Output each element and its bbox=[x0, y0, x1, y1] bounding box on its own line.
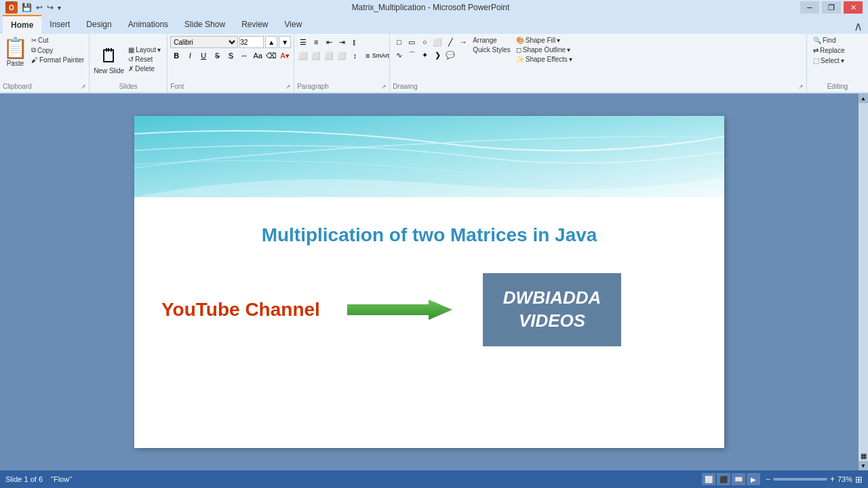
paste-button[interactable]: 📋 Paste bbox=[3, 36, 28, 83]
shape-line[interactable]: ╱ bbox=[444, 36, 456, 48]
quick-access-redo[interactable]: ↪ bbox=[47, 3, 54, 12]
columns-button[interactable]: ⫿ bbox=[349, 36, 361, 48]
zoom-out-btn[interactable]: − bbox=[766, 474, 770, 484]
arrow bbox=[347, 296, 456, 323]
change-case-button[interactable]: Aa bbox=[252, 49, 264, 62]
cut-button[interactable]: ✂ Cut bbox=[29, 36, 86, 45]
shape-star[interactable]: ✦ bbox=[418, 49, 431, 61]
find-button[interactable]: 🔍 Find bbox=[811, 36, 864, 45]
select-button[interactable]: ⬚ Select▾ bbox=[811, 56, 864, 65]
office-logo: O bbox=[5, 1, 18, 14]
slideshow-btn[interactable]: ▶ bbox=[747, 473, 760, 485]
shape-more[interactable]: ⬜ bbox=[431, 36, 443, 48]
zoom-slider[interactable] bbox=[773, 478, 827, 481]
font-size-down-btn[interactable]: ▼ bbox=[279, 36, 291, 48]
scroll-down-btn[interactable]: ▼ bbox=[859, 461, 868, 470]
strikethrough-button[interactable]: S̶ bbox=[211, 49, 223, 62]
paste-label: Paste bbox=[7, 60, 24, 67]
slides-group-label: Slides bbox=[94, 83, 163, 90]
shape-callout[interactable]: 💬 bbox=[444, 49, 456, 61]
align-right-button[interactable]: ⬜ bbox=[323, 49, 335, 62]
format-painter-button[interactable]: 🖌 Format Painter bbox=[29, 56, 86, 64]
title-bar: O 💾 ↩ ↪ ▾ Matrix_Multiplication - Micros… bbox=[0, 0, 868, 15]
tab-animations[interactable]: Animations bbox=[120, 15, 176, 34]
slides-small-btns: ▦ Layout▾ ↺ Reset ✗ Delete bbox=[126, 45, 163, 73]
tab-home[interactable]: Home bbox=[3, 15, 41, 34]
close-button[interactable]: ✕ bbox=[844, 1, 863, 14]
reading-view-btn[interactable]: 📖 bbox=[732, 473, 745, 485]
copy-button[interactable]: ⧉ Copy bbox=[29, 45, 86, 55]
layout-button[interactable]: ▦ Layout▾ bbox=[126, 45, 163, 54]
status-bar: Slide 1 of 6 "Flow" ⬜ ⬛ 📖 ▶ − + 73% ⊞ bbox=[0, 470, 868, 488]
bullets-button[interactable]: ☰ bbox=[297, 36, 309, 48]
justify-button[interactable]: ⬜ bbox=[336, 49, 348, 62]
shape-rounded[interactable]: ▭ bbox=[406, 36, 418, 48]
tab-review[interactable]: Review bbox=[233, 15, 276, 34]
bold-button[interactable]: B bbox=[170, 49, 182, 62]
fit-slide-btn[interactable]: ⊞ bbox=[855, 474, 863, 485]
tab-insert[interactable]: Insert bbox=[41, 15, 78, 34]
restore-button[interactable]: ❐ bbox=[822, 1, 841, 14]
quick-styles-button[interactable]: Quick Styles bbox=[471, 45, 513, 54]
shape-rect[interactable]: □ bbox=[393, 36, 405, 48]
underline-button[interactable]: U bbox=[197, 49, 210, 62]
right-scrollbar[interactable]: ▲ ▦ ▼ bbox=[859, 94, 868, 470]
replace-button[interactable]: ⇄ Replace bbox=[811, 46, 864, 55]
ribbon-tab-bar: Home Insert Design Animations Slide Show… bbox=[0, 15, 868, 34]
shape-freeform[interactable]: ⌒ bbox=[406, 49, 418, 61]
shape-outline-button[interactable]: ◻ Shape Outline▾ bbox=[514, 45, 574, 54]
shadow-button[interactable]: S bbox=[224, 49, 237, 62]
reset-button[interactable]: ↺ Reset bbox=[126, 55, 163, 64]
text-direction-button[interactable]: ↕ bbox=[349, 49, 361, 62]
shape-curve[interactable]: ∿ bbox=[393, 49, 405, 61]
font-size-up-btn[interactable]: ▲ bbox=[265, 36, 277, 48]
align-center-button[interactable]: ⬜ bbox=[310, 49, 322, 62]
zoom-in-btn[interactable]: + bbox=[830, 474, 835, 484]
new-slide-button[interactable]: 🗒 New Slide bbox=[94, 45, 124, 75]
font-expand-btn[interactable]: ↗ bbox=[285, 83, 291, 90]
shape-arrow[interactable]: → bbox=[457, 36, 469, 48]
smartart-button[interactable]: SmArt bbox=[374, 49, 387, 62]
channel-box: DWBIADDA VIDEOS bbox=[483, 273, 621, 346]
slide[interactable]: Multiplication of two Matrices in Java Y… bbox=[134, 116, 724, 448]
drawing-group-label: Drawing ↗ bbox=[393, 83, 804, 90]
italic-button[interactable]: I bbox=[184, 49, 196, 62]
increase-indent-button[interactable]: ⇥ bbox=[336, 36, 348, 48]
cut-label: Cut bbox=[38, 37, 49, 44]
slide-content: YouTube Channel bbox=[161, 273, 697, 346]
delete-button[interactable]: ✗ Delete bbox=[126, 64, 163, 73]
normal-view-btn[interactable]: ⬜ bbox=[702, 473, 715, 485]
quick-access-save[interactable]: 💾 bbox=[22, 3, 32, 12]
shape-chevron[interactable]: ❯ bbox=[431, 49, 443, 61]
scroll-fit-btn[interactable]: ▦ bbox=[859, 451, 868, 461]
font-name-select[interactable]: Calibri bbox=[170, 36, 238, 48]
font-spacing-button[interactable]: ↔ bbox=[238, 49, 250, 62]
new-slide-icon: 🗒 bbox=[100, 45, 119, 67]
ribbon-collapse-btn[interactable]: ∧ bbox=[851, 19, 865, 34]
scroll-track[interactable] bbox=[859, 104, 867, 449]
shape-effects-button[interactable]: ✨ Shape Effects▾ bbox=[514, 55, 574, 64]
drawing-expand-btn[interactable]: ↗ bbox=[798, 83, 804, 90]
font-color-button[interactable]: A▾ bbox=[279, 49, 291, 62]
decrease-indent-button[interactable]: ⇤ bbox=[323, 36, 335, 48]
shape-effects-icon: ✨ bbox=[516, 56, 524, 63]
arrange-button[interactable]: Arrange bbox=[471, 36, 513, 45]
paragraph-expand-btn[interactable]: ↗ bbox=[381, 83, 387, 90]
tab-slideshow[interactable]: Slide Show bbox=[176, 15, 233, 34]
slide-sorter-btn[interactable]: ⬛ bbox=[717, 473, 730, 485]
clipboard-expand-btn[interactable]: ↗ bbox=[81, 83, 86, 90]
zoom-level: 73% bbox=[837, 475, 852, 483]
new-slide-label: New Slide bbox=[94, 67, 124, 75]
font-size-input[interactable] bbox=[239, 36, 264, 48]
numbering-button[interactable]: ≡ bbox=[310, 36, 322, 48]
shape-oval[interactable]: ○ bbox=[418, 36, 431, 48]
tab-design[interactable]: Design bbox=[78, 15, 119, 34]
minimize-button[interactable]: ─ bbox=[800, 1, 819, 14]
clear-formatting-button[interactable]: ⌫ bbox=[265, 49, 277, 62]
shape-fill-button[interactable]: 🎨 Shape Fill▾ bbox=[514, 36, 574, 45]
tab-view[interactable]: View bbox=[277, 15, 311, 34]
quick-access-undo[interactable]: ↩ bbox=[36, 3, 43, 12]
slides-group: 🗒 New Slide ▦ Layout▾ ↺ Reset ✗ Delete bbox=[90, 34, 167, 92]
align-left-button[interactable]: ⬜ bbox=[297, 49, 309, 62]
scroll-up-btn[interactable]: ▲ bbox=[859, 94, 868, 103]
